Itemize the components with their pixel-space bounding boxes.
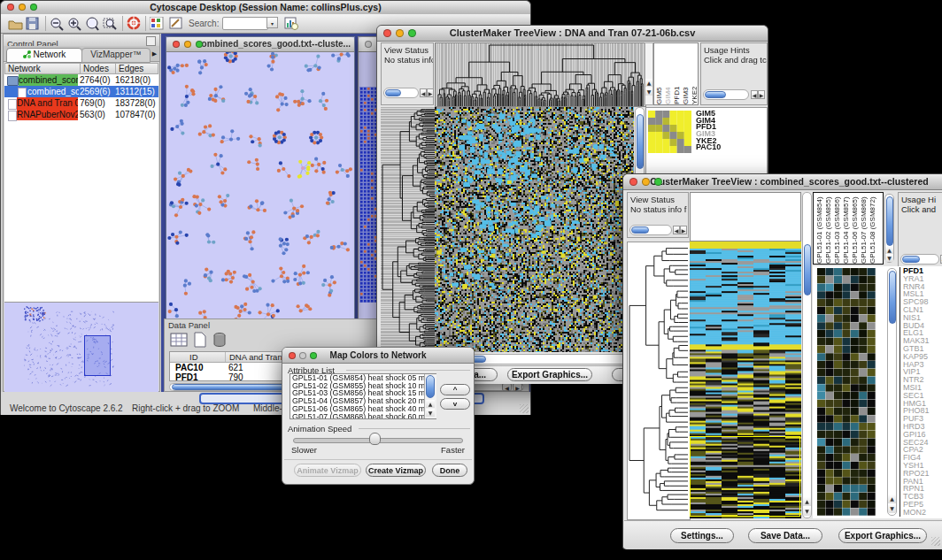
- network-row-selected[interactable]: combined_sco 2569(6) 13112(15): [4, 86, 158, 97]
- zoom-heatmap-canvas[interactable]: [817, 268, 876, 516]
- minimize-button[interactable]: [642, 178, 650, 186]
- float-panel-icon[interactable]: [146, 36, 156, 46]
- toolbar-separator: [122, 16, 123, 31]
- minimize-button[interactable]: [184, 41, 191, 48]
- close-button[interactable]: [289, 352, 296, 359]
- resize-grip[interactable]: [520, 404, 529, 413]
- move-down-button[interactable]: v: [440, 398, 470, 410]
- network-window-1-title-bar[interactable]: combined_scores_good.txt--cluste...: [166, 37, 354, 52]
- usage-hints-hscrollbar[interactable]: [703, 89, 749, 100]
- search-input[interactable]: [222, 17, 268, 30]
- minimize-button[interactable]: [396, 29, 404, 37]
- animation-speed-slider-thumb[interactable]: [369, 433, 381, 445]
- animate-vizmap-button[interactable]: Animate Vizmap: [294, 464, 361, 477]
- create-vizmap-button[interactable]: Create Vizmap: [366, 464, 426, 477]
- usage-hints-hscrollbar[interactable]: [900, 254, 939, 265]
- zoom-out-icon[interactable]: [50, 17, 64, 31]
- column-tree-mini-scrollbar[interactable]: ▲ ▼: [645, 42, 653, 105]
- close-button[interactable]: [629, 178, 637, 186]
- zoom-fit-icon[interactable]: [85, 17, 99, 31]
- search-dropdown-button[interactable]: ▾: [266, 17, 278, 28]
- heatmap-canvas[interactable]: [435, 107, 634, 352]
- main-window-title: Cytoscape Desktop (Session Name: collins…: [150, 2, 381, 12]
- zoom-button[interactable]: [196, 41, 203, 48]
- dialog-title-bar[interactable]: Map Colors to Network: [282, 348, 474, 364]
- scroll-left-arrow[interactable]: ◀: [751, 90, 758, 99]
- help-lifesaver-icon[interactable]: [127, 16, 142, 31]
- scroll-right-arrow[interactable]: ▶: [427, 88, 434, 97]
- zoom-button[interactable]: [30, 4, 37, 11]
- scroll-up-arrow[interactable]: ▲: [885, 246, 893, 254]
- zoom-matrix-canvas[interactable]: [648, 111, 691, 153]
- settings-button[interactable]: Settings...: [670, 528, 734, 543]
- column-dendrogram-canvas[interactable]: [435, 42, 646, 107]
- heatmap-vscrollbar[interactable]: ▲ ▼: [802, 192, 812, 518]
- zoom-in-icon[interactable]: [67, 17, 81, 31]
- export-graphics-button[interactable]: Export Graphics...: [838, 528, 927, 543]
- array-column-label: GPL51-01 (GSM854): [815, 193, 824, 264]
- zoom-button[interactable]: [654, 178, 662, 186]
- delete-attribute-icon[interactable]: [212, 332, 227, 348]
- scroll-down-arrow[interactable]: ▼: [426, 409, 435, 417]
- network-folder-icon: [7, 76, 19, 86]
- network-row-rnapuber[interactable]: RNAPuberNov2+ 563(0) 107847(0): [4, 109, 158, 120]
- zoom-vscrollbar[interactable]: ▲ ▼: [887, 268, 897, 516]
- attribute-item[interactable]: GPL51-07 (GSM868) heat shock 60 min: [290, 413, 436, 419]
- open-folder-icon[interactable]: [8, 17, 23, 30]
- scroll-left-arrow[interactable]: ◀: [420, 88, 427, 97]
- column-labels-vscrollbar[interactable]: ▲ ▼: [884, 194, 894, 263]
- save-data-button[interactable]: Save Data...: [748, 528, 822, 543]
- scroll-up-arrow[interactable]: ▲: [888, 495, 896, 503]
- view-status-hscrollbar[interactable]: [629, 225, 672, 235]
- close-button[interactable]: [173, 41, 180, 48]
- overview-viewport-rect[interactable]: [84, 335, 111, 376]
- row-dendrogram-canvas[interactable]: [381, 107, 435, 352]
- attribute-table-icon[interactable]: [170, 332, 188, 348]
- minimize-button[interactable]: [19, 4, 26, 11]
- scroll-right-arrow[interactable]: ▶: [680, 226, 687, 234]
- vizmapper-icon[interactable]: [150, 17, 164, 30]
- group-divider: [346, 370, 470, 371]
- close-button[interactable]: [365, 41, 372, 48]
- save-icon[interactable]: [26, 17, 39, 30]
- scroll-up-arrow[interactable]: ▲: [803, 497, 811, 506]
- attribute-list-vscrollbar[interactable]: ▲ ▼: [424, 374, 436, 418]
- tabs-overflow-button[interactable]: ▶: [150, 49, 159, 60]
- scroll-right-arrow[interactable]: ▶: [513, 383, 522, 391]
- tab-vizmapper[interactable]: VizMapper™: [81, 48, 151, 63]
- scroll-up-arrow[interactable]: ▲: [426, 400, 435, 408]
- resize-grip[interactable]: [931, 537, 940, 546]
- scroll-left-arrow[interactable]: ◀: [673, 226, 680, 234]
- col-network[interactable]: Network: [8, 64, 41, 73]
- scroll-right-arrow[interactable]: ▶: [758, 90, 765, 99]
- column-dendrogram-area[interactable]: [690, 192, 801, 242]
- network-row-combined-scores[interactable]: combined_scores 2764(0) 16218(0): [4, 74, 158, 86]
- export-graphics-button[interactable]: Export Graphics...: [507, 368, 592, 381]
- scroll-down-arrow[interactable]: ▼: [885, 254, 893, 262]
- main-title-bar[interactable]: Cytoscape Desktop (Session Name: collins…: [1, 1, 530, 15]
- plugin-chart-icon[interactable]: [284, 17, 298, 30]
- done-button[interactable]: Done: [432, 464, 467, 477]
- zoom-selected-icon[interactable]: [103, 17, 117, 31]
- move-up-button[interactable]: ^: [440, 384, 470, 395]
- treeview2-title-bar[interactable]: ClusterMaker TreeView : combined_scores_…: [623, 174, 942, 190]
- heatmap-canvas[interactable]: [690, 242, 801, 518]
- close-button[interactable]: [7, 4, 14, 11]
- network-view-canvas[interactable]: [167, 52, 353, 321]
- row-dendrogram-canvas[interactable]: [627, 242, 691, 520]
- scroll-left-arrow[interactable]: ◀: [502, 383, 512, 391]
- minimize-button[interactable]: [299, 352, 306, 359]
- network-overview[interactable]: [4, 302, 158, 392]
- id-column-header[interactable]: ID: [189, 352, 198, 362]
- annotation-icon[interactable]: [169, 17, 183, 30]
- zoom-button[interactable]: [408, 29, 416, 37]
- new-attribute-icon[interactable]: [193, 332, 207, 348]
- treeview1-title-bar[interactable]: ClusterMaker TreeView : DNA and Tran 07-…: [377, 26, 768, 42]
- scroll-down-arrow[interactable]: ▼: [888, 504, 896, 513]
- tab-network[interactable]: Network: [6, 48, 82, 63]
- close-button[interactable]: [383, 29, 391, 37]
- zoom-button[interactable]: [310, 352, 317, 359]
- view-status-hscrollbar[interactable]: [383, 88, 419, 98]
- scroll-down-arrow[interactable]: ▼: [803, 507, 811, 516]
- network-row-dna-tran[interactable]: DNA and Tran 07 769(0) 183728(0): [4, 97, 158, 109]
